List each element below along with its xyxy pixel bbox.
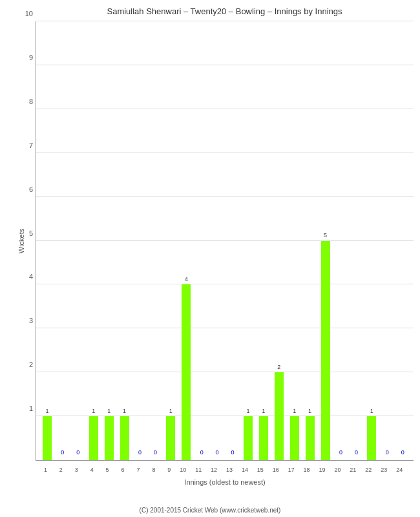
x-tick-label: 22 [365, 467, 372, 473]
bar-group: 118 [302, 21, 318, 460]
bar [259, 416, 268, 460]
bar-group: 216 [271, 21, 287, 460]
y-tick-label: 6 [29, 185, 33, 193]
bar-group: 14 [86, 21, 101, 460]
bar-zero-label: 0 [381, 449, 394, 456]
bar-value-label: 2 [273, 364, 286, 370]
bar-zero-label: 0 [350, 449, 362, 456]
bar [290, 416, 299, 460]
x-tick-label: 7 [136, 467, 140, 473]
x-tick-label: 3 [75, 467, 78, 473]
x-tick-label: 24 [396, 467, 403, 473]
bar-group: 16 [117, 21, 132, 460]
bar [89, 416, 98, 460]
bar-group: 122 [364, 21, 379, 460]
bar-group: 020 [333, 21, 349, 460]
x-tick-label: 23 [381, 467, 387, 473]
bar-value-label: 1 [304, 408, 317, 414]
bars-wrapper: 1102031415160708194100110120131141152161… [36, 21, 414, 460]
bar [43, 416, 52, 460]
bar-group: 011 [194, 21, 209, 460]
chart-area: Wickets 12345678910 11020314151607081941… [36, 21, 414, 461]
x-tick-label: 2 [59, 467, 63, 473]
bar-value-label: 1 [41, 408, 54, 414]
chart-container: Samiullah Shenwari – Twenty20 – Bowling … [0, 0, 420, 517]
y-tick-label: 2 [29, 361, 33, 368]
bar [182, 284, 191, 460]
y-tick-label: 10 [25, 10, 33, 17]
x-tick-label: 11 [195, 467, 202, 473]
bar-value-label: 1 [164, 408, 177, 414]
x-tick-label: 8 [152, 467, 155, 473]
bar-group: 114 [240, 21, 256, 460]
bar [275, 372, 284, 460]
bar-group: 07 [132, 21, 148, 460]
bar-group: 115 [256, 21, 271, 460]
x-tick-label: 12 [211, 467, 217, 473]
footer: (C) 2001-2015 Cricket Web (www.cricketwe… [0, 507, 420, 514]
bar-zero-label: 0 [72, 449, 85, 456]
x-tick-label: 16 [273, 467, 279, 473]
bar-value-label: 5 [319, 232, 332, 238]
x-tick-label: 9 [167, 467, 171, 473]
bar-zero-label: 0 [195, 449, 208, 456]
bar-value-label: 1 [87, 408, 100, 414]
x-tick-label: 17 [288, 467, 295, 473]
y-tick-label: 7 [29, 142, 33, 149]
x-tick-label: 13 [226, 467, 233, 473]
y-tick-label: 9 [29, 54, 33, 61]
x-tick-label: 21 [350, 467, 356, 473]
x-axis-label: Innings (oldest to newest) [184, 478, 265, 486]
bar-group: 021 [348, 21, 364, 460]
x-tick-label: 4 [90, 467, 94, 473]
bar [166, 416, 175, 460]
x-tick-label: 15 [257, 467, 264, 473]
x-tick-label: 19 [319, 467, 326, 473]
x-tick-label: 20 [334, 467, 341, 473]
y-tick-label: 4 [29, 273, 33, 280]
chart-title: Samiullah Shenwari – Twenty20 – Bowling … [36, 6, 414, 16]
y-tick-label: 1 [29, 405, 33, 412]
bar-zero-label: 0 [396, 449, 409, 456]
bar-group: 024 [395, 21, 410, 460]
x-tick-label: 14 [242, 467, 248, 473]
bar [321, 241, 330, 461]
x-tick-label: 6 [121, 467, 125, 473]
bar [306, 416, 315, 460]
bar-group: 19 [163, 21, 178, 460]
bar-group: 013 [225, 21, 240, 460]
y-tick-label: 3 [29, 317, 33, 324]
bar-zero-label: 0 [226, 449, 239, 456]
x-tick-label: 1 [44, 467, 47, 473]
bar-value-label: 1 [103, 408, 116, 414]
bar-group: 08 [147, 21, 163, 460]
bar-group: 023 [379, 21, 395, 460]
bar-value-label: 1 [257, 408, 270, 414]
bar-group: 15 [101, 21, 117, 460]
bar-value-label: 1 [118, 408, 131, 414]
bar-group: 012 [209, 21, 225, 460]
bar-value-label: 1 [288, 408, 301, 414]
bar-value-label: 4 [180, 276, 193, 282]
bar-zero-label: 0 [334, 449, 347, 456]
y-axis-label: Wickets [17, 228, 25, 253]
bar-group: 410 [178, 21, 194, 460]
bar-group: 519 [318, 21, 333, 460]
bar [120, 416, 129, 460]
bar-group: 02 [55, 21, 70, 460]
bar-zero-label: 0 [56, 449, 69, 456]
bar-zero-label: 0 [149, 449, 162, 456]
bar-group: 117 [287, 21, 302, 460]
bar-group: 11 [39, 21, 55, 460]
bar-value-label: 1 [365, 408, 378, 414]
bar-zero-label: 0 [133, 449, 146, 456]
x-tick-label: 18 [304, 467, 310, 473]
x-tick-label: 5 [106, 467, 109, 473]
bar-value-label: 1 [242, 408, 255, 414]
bar-zero-label: 0 [211, 449, 224, 456]
bar [244, 416, 253, 460]
bar [105, 416, 114, 460]
x-tick-label: 10 [180, 467, 186, 473]
y-tick-label: 5 [29, 229, 33, 237]
bar-group: 03 [70, 21, 86, 460]
